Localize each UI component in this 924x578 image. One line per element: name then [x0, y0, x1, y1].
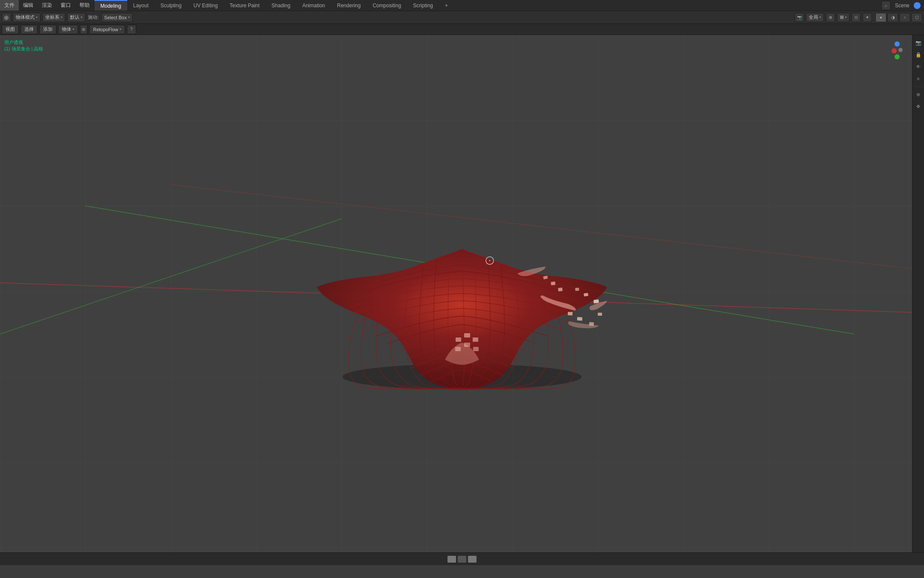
- menu-edit[interactable]: 编辑: [19, 0, 38, 11]
- object-button[interactable]: 物体 ▾: [58, 25, 78, 34]
- pan-icon[interactable]: ✥: [913, 101, 924, 111]
- tab-uv-editing[interactable]: UV Editing: [187, 0, 224, 11]
- select-chevron: ▾: [128, 15, 130, 19]
- gizmo-right[interactable]: [892, 48, 897, 53]
- tab-modeling[interactable]: Modeling: [94, 0, 127, 11]
- tab-add[interactable]: +: [439, 0, 454, 11]
- menu-render[interactable]: 渲染: [38, 0, 56, 11]
- gizmo-top[interactable]: [895, 41, 900, 47]
- zoom-icon[interactable]: ⊕: [913, 89, 924, 100]
- dot-1[interactable]: [447, 556, 456, 563]
- coord-chevron: ▾: [61, 15, 62, 19]
- tab-texture-paint[interactable]: Texture Paint: [224, 0, 266, 11]
- tab-scripting[interactable]: Scripting: [407, 0, 439, 11]
- pivot-chevron: ▾: [81, 15, 82, 19]
- menu-help[interactable]: 帮助: [75, 0, 94, 11]
- svg-rect-16: [558, 288, 563, 291]
- viewport-info: 用户透视 (1) 场景集合 | 晶格: [4, 39, 43, 52]
- select-button[interactable]: 选择: [20, 25, 38, 34]
- timeline-dots: [447, 556, 477, 563]
- scene-collection-label: (1) 场景集合 | 晶格: [4, 46, 43, 52]
- svg-rect-9: [575, 288, 579, 290]
- svg-rect-19: [456, 337, 461, 342]
- menu-file[interactable]: 文件: [0, 0, 19, 11]
- menu-window[interactable]: 窗口: [56, 0, 75, 11]
- tab-animation[interactable]: Animation: [296, 0, 331, 11]
- top-menu-bar: 文件 编辑 渲染 窗口 帮助 Modeling Layout Sculpting…: [0, 0, 924, 11]
- tab-layout[interactable]: Layout: [127, 0, 155, 11]
- bottom-bar: [0, 552, 924, 565]
- right-panel: 📷 🔒 👁 ≡ ⊕ ✥: [912, 35, 924, 565]
- tab-shading[interactable]: Shading: [266, 0, 296, 11]
- transform-label: 施动:: [87, 14, 99, 21]
- svg-point-24: [489, 260, 491, 261]
- pivot-dropdown[interactable]: 默认 ▾: [67, 13, 85, 22]
- overlay-icon[interactable]: ⊙: [851, 13, 861, 22]
- search-button[interactable]: ⌕: [881, 1, 891, 10]
- svg-rect-12: [589, 322, 594, 326]
- svg-rect-17: [464, 333, 470, 337]
- shading-material-btn[interactable]: ◑: [887, 13, 898, 22]
- dot-2[interactable]: [458, 556, 466, 563]
- svg-rect-10: [568, 312, 573, 315]
- third-toolbar: 视图 选择 添加 物体 ▾ ⊞ RetopoFlow ▾ ?: [0, 24, 924, 35]
- shading-wire-btn[interactable]: ⬡: [911, 13, 922, 22]
- view-mode-label: 用户透视: [4, 39, 43, 46]
- navigation-gizmo[interactable]: [892, 41, 903, 59]
- second-toolbar: ⊕ 物体模式 ▾ 坐标系 ▾ 默认 ▾ 施动: Select Box ▾ 📷 全…: [0, 11, 924, 24]
- gizmo-front[interactable]: [898, 48, 903, 52]
- viewport-label: 视图: [2, 25, 19, 34]
- 3d-mesh: [313, 227, 611, 390]
- lock-icon[interactable]: 🔒: [913, 50, 924, 60]
- gizmo-icon[interactable]: ⊕: [826, 13, 835, 22]
- scene-label: Scene: [891, 3, 914, 9]
- viewport-shading-dropdown[interactable]: ⊞ ▾: [837, 13, 850, 22]
- svg-rect-21: [473, 347, 479, 351]
- camera-icon[interactable]: 📷: [795, 13, 804, 22]
- svg-rect-8: [584, 293, 588, 296]
- cursor-tool[interactable]: ⊕: [2, 13, 11, 22]
- global-dropdown[interactable]: 全局 ▾: [806, 13, 824, 22]
- svg-rect-18: [473, 337, 478, 342]
- tab-rendering[interactable]: Rendering: [331, 0, 366, 11]
- gizmo-left[interactable]: [895, 54, 900, 59]
- select-box-dropdown[interactable]: Select Box ▾: [101, 13, 133, 22]
- user-avatar: [914, 2, 921, 9]
- retopo-button[interactable]: RetopoFlow ▾: [89, 25, 125, 34]
- svg-rect-11: [577, 317, 582, 321]
- svg-rect-7: [594, 299, 599, 303]
- add-button[interactable]: 添加: [39, 25, 56, 34]
- mode-dropdown[interactable]: 物体模式 ▾: [13, 13, 41, 22]
- coord-dropdown[interactable]: 坐标系 ▾: [42, 13, 65, 22]
- camera-panel-icon[interactable]: 📷: [913, 38, 924, 48]
- viewport[interactable]: 用户透视 (1) 场景集合 | 晶格 📷 🔒 👁 ≡ ⊕ ✥: [0, 35, 924, 565]
- tab-compositing[interactable]: Compositing: [367, 0, 407, 11]
- retopo-help[interactable]: ?: [127, 25, 136, 34]
- xray-icon[interactable]: ✦: [863, 13, 872, 22]
- object-mode-icon[interactable]: ⊞: [80, 25, 88, 34]
- dot-3[interactable]: [468, 556, 477, 563]
- tab-sculpting[interactable]: Sculpting: [155, 0, 187, 11]
- hide-icon[interactable]: 👁: [913, 62, 924, 72]
- shading-rendered-btn[interactable]: ○: [899, 13, 910, 22]
- panel-divider: [914, 86, 923, 87]
- filter-icon[interactable]: ≡: [913, 73, 924, 84]
- svg-rect-13: [598, 313, 602, 316]
- svg-rect-15: [551, 281, 556, 285]
- shading-solid-btn[interactable]: ●: [875, 13, 886, 22]
- mode-chevron: ▾: [36, 15, 38, 19]
